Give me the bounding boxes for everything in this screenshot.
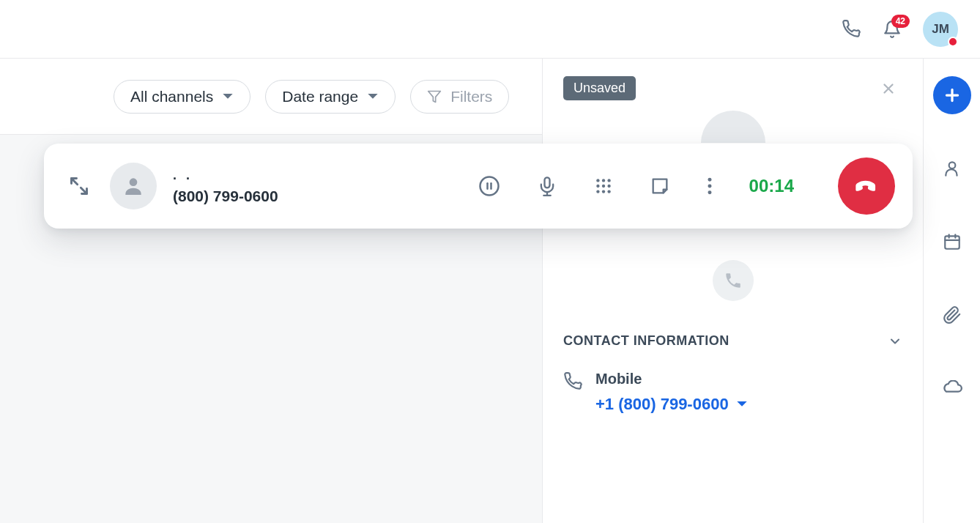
- caret-down-icon: [367, 92, 379, 101]
- phone-circle-icon[interactable]: [713, 260, 754, 301]
- microphone-icon[interactable]: [537, 176, 557, 196]
- unsaved-tag: Unsaved: [563, 76, 636, 100]
- calendar-icon[interactable]: [933, 223, 971, 261]
- caret-down-icon: [222, 92, 234, 101]
- svg-point-22: [596, 185, 599, 188]
- svg-point-13: [480, 177, 498, 196]
- dialpad-icon[interactable]: [594, 177, 613, 196]
- caller-name: . .: [173, 168, 278, 183]
- contact-type-label: Mobile: [595, 371, 748, 387]
- svg-marker-0: [428, 91, 441, 102]
- svg-point-25: [596, 190, 599, 193]
- phone-icon: [563, 372, 582, 391]
- hangup-button[interactable]: [838, 157, 895, 215]
- svg-point-23: [601, 185, 604, 188]
- note-icon[interactable]: [650, 176, 670, 196]
- svg-point-29: [708, 185, 711, 188]
- contact-number-text: +1 (800) 799-0600: [595, 395, 729, 414]
- add-button[interactable]: [933, 76, 971, 114]
- svg-rect-16: [544, 177, 549, 188]
- cloud-icon[interactable]: [933, 369, 971, 407]
- collapse-icon[interactable]: [69, 176, 89, 196]
- svg-point-20: [601, 179, 604, 182]
- bell-icon[interactable]: 42: [882, 19, 902, 40]
- svg-point-26: [601, 190, 604, 193]
- contact-avatar-placeholder: [701, 111, 765, 143]
- svg-point-24: [607, 185, 610, 188]
- daterange-label: Date range: [282, 88, 358, 105]
- svg-point-21: [607, 179, 610, 182]
- pause-icon[interactable]: [478, 175, 500, 197]
- header-bar: 42 JM: [0, 0, 980, 59]
- caller-avatar: [110, 163, 157, 209]
- chevron-down-icon: [888, 334, 902, 349]
- channels-filter[interactable]: All channels: [114, 80, 250, 114]
- notification-badge: 42: [891, 15, 910, 28]
- detail-panel: Unsaved CONTACT INFORMATION Mobile +1 (8…: [542, 59, 923, 523]
- filters-button[interactable]: Filters: [410, 80, 509, 114]
- right-rail: [923, 59, 980, 523]
- svg-point-28: [708, 178, 711, 182]
- contact-info-title: CONTACT INFORMATION: [563, 333, 730, 349]
- filters-label: Filters: [450, 88, 492, 105]
- svg-rect-6: [945, 236, 959, 248]
- daterange-filter[interactable]: Date range: [265, 80, 396, 114]
- avatar-initials: JM: [932, 22, 949, 37]
- caret-down-icon: [736, 400, 748, 409]
- svg-point-30: [708, 190, 711, 194]
- channels-label: All channels: [130, 88, 213, 105]
- svg-point-5: [949, 162, 955, 168]
- svg-point-19: [596, 179, 599, 182]
- close-icon[interactable]: [880, 81, 897, 97]
- active-call-bar: . . (800) 799-0600 00:14: [44, 144, 913, 229]
- more-icon[interactable]: [707, 177, 713, 196]
- call-timer: 00:14: [749, 176, 794, 196]
- phone-icon[interactable]: [841, 19, 861, 40]
- funnel-icon: [427, 89, 442, 104]
- contact-row-mobile: Mobile +1 (800) 799-0600: [563, 371, 902, 414]
- svg-point-12: [130, 178, 138, 186]
- call-actions: 00:14: [478, 157, 895, 215]
- user-avatar[interactable]: JM: [923, 12, 958, 47]
- person-icon[interactable]: [933, 149, 971, 188]
- caller-number: (800) 799-0600: [173, 188, 278, 205]
- attachment-icon[interactable]: [933, 296, 971, 334]
- contact-info-header[interactable]: CONTACT INFORMATION: [563, 333, 902, 349]
- avatar-status-dot: [948, 37, 958, 47]
- svg-point-27: [607, 190, 610, 193]
- contact-number-link[interactable]: +1 (800) 799-0600: [595, 395, 748, 414]
- caller-info: . . (800) 799-0600: [173, 168, 278, 205]
